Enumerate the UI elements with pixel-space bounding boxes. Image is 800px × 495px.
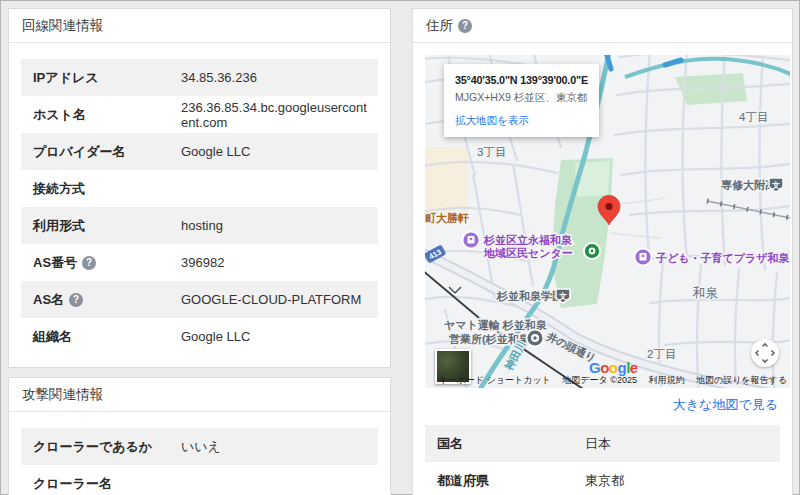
district-label-2chome: 2丁目 bbox=[647, 348, 676, 360]
view-larger-map-link[interactable]: 大きな地図で見る bbox=[673, 397, 778, 412]
row-label: クローラー名 bbox=[33, 475, 181, 493]
row-label: AS番号? bbox=[33, 254, 181, 272]
row-label: 都道府県 bbox=[437, 472, 585, 490]
row-label: AS名? bbox=[33, 291, 181, 309]
attack-card-title: 攻撃関連情報 bbox=[9, 378, 390, 412]
row-label: プロバイダー名 bbox=[33, 143, 181, 161]
left-column: 回線関連情報 IPアドレス 34.85.36.236 ホスト名 236.36.8… bbox=[8, 8, 391, 495]
table-row: 利用形式 hosting bbox=[21, 207, 378, 244]
row-label: 国名 bbox=[437, 435, 585, 453]
row-label: 接続方式 bbox=[33, 180, 181, 198]
table-row: プロバイダー名 Google LLC bbox=[21, 133, 378, 170]
row-label: クローラーであるか bbox=[33, 438, 181, 456]
poi-label-school2[interactable]: 杉並和泉学園 bbox=[496, 290, 563, 302]
row-value: 34.85.36.236 bbox=[181, 70, 265, 85]
coordinates-text: 35°40'35.0"N 139°39'00.0"E bbox=[455, 74, 588, 86]
report-error-link[interactable]: 地図の誤りを報告する bbox=[696, 375, 787, 385]
pan-control[interactable] bbox=[751, 339, 779, 367]
table-row: クローラー名 bbox=[21, 465, 378, 495]
address-card: 住所? bbox=[412, 8, 793, 495]
line-card-title: 回線関連情報 bbox=[9, 9, 390, 43]
row-label: 組織名 bbox=[33, 328, 181, 346]
poi-label-community-center-1[interactable]: 杉並区立永福和泉 bbox=[483, 234, 573, 246]
row-value: いいえ bbox=[181, 438, 229, 456]
pan-arrows-icon bbox=[751, 339, 779, 367]
row-label: ホスト名 bbox=[33, 106, 181, 124]
google-map-embed[interactable]: 3丁目 4丁目 2丁目 和泉 永福町大勝軒 413 杉並区立永福和泉 bbox=[425, 55, 790, 388]
table-row: AS名? GOOGLE-CLOUD-PLATFORM bbox=[21, 281, 378, 318]
poi-label-community-center-2[interactable]: 地域区民センター bbox=[483, 247, 573, 259]
enlarge-map-link[interactable]: 拡大地図を表示 bbox=[455, 114, 588, 128]
map-info-card: 35°40'35.0"N 139°39'00.0"E MJGX+HX9 杉並区、… bbox=[444, 64, 599, 137]
row-label: 利用形式 bbox=[33, 217, 181, 235]
poi-label-school1[interactable]: 専修大附高 bbox=[720, 179, 776, 191]
yamato-marker[interactable] bbox=[527, 330, 544, 347]
help-icon[interactable]: ? bbox=[458, 19, 472, 33]
district-label-4chome: 4丁目 bbox=[739, 111, 768, 123]
svg-text:文: 文 bbox=[771, 181, 780, 190]
table-row: 国名 日本 bbox=[425, 425, 780, 462]
map-footer: キーボード ショートカット 地図データ ©2025 利用規約 地図の誤りを報告す… bbox=[429, 374, 787, 387]
table-row: AS番号? 396982 bbox=[21, 244, 378, 281]
poi-label-kids-plaza[interactable]: 子ども・子育てプラザ和泉 bbox=[655, 251, 790, 264]
table-row: 接続方式 bbox=[21, 170, 378, 207]
table-row: 組織名 Google LLC bbox=[21, 318, 378, 355]
row-value: Google LLC bbox=[181, 144, 258, 159]
row-value: GOOGLE-CLOUD-PLATFORM bbox=[181, 292, 369, 307]
park-marker[interactable] bbox=[584, 243, 600, 259]
district-label-izumi: 和泉 bbox=[692, 286, 718, 300]
poi-label-ramen[interactable]: 永福町大勝軒 bbox=[425, 212, 469, 224]
table-row: 都道府県 東京都 bbox=[425, 462, 780, 495]
row-value: 396982 bbox=[181, 255, 232, 270]
help-icon[interactable]: ? bbox=[82, 256, 96, 270]
keyboard-shortcuts-button[interactable]: キーボード ショートカット bbox=[438, 375, 550, 385]
table-row: IPアドレス 34.85.36.236 bbox=[21, 59, 378, 96]
map-data-text: 地図データ ©2025 bbox=[562, 375, 637, 385]
kids-plaza-marker[interactable] bbox=[635, 249, 652, 266]
row-value: Google LLC bbox=[181, 329, 258, 344]
svg-text:文: 文 bbox=[558, 292, 567, 301]
row-label: IPアドレス bbox=[33, 69, 181, 87]
row-value: 236.36.85.34.bc.googleusercontent.com bbox=[181, 100, 378, 130]
row-value: 東京都 bbox=[585, 472, 632, 490]
line-info-card: 回線関連情報 IPアドレス 34.85.36.236 ホスト名 236.36.8… bbox=[8, 8, 391, 368]
plus-code-text: MJGX+HX9 杉並区、東京都 bbox=[455, 91, 588, 105]
community-center-marker[interactable] bbox=[463, 232, 480, 249]
terms-link[interactable]: 利用規約 bbox=[648, 375, 684, 385]
table-row: ホスト名 236.36.85.34.bc.googleusercontent.c… bbox=[21, 96, 378, 133]
attack-info-card: 攻撃関連情報 クローラーであるか いいえ クローラー名 bbox=[8, 377, 391, 495]
table-row: クローラーであるか いいえ bbox=[21, 428, 378, 465]
row-value: 日本 bbox=[585, 435, 619, 453]
address-card-title: 住所? bbox=[413, 9, 792, 43]
big-map-link-row: 大きな地図で見る bbox=[425, 388, 788, 423]
district-label-3chome: 3丁目 bbox=[477, 146, 506, 158]
help-icon[interactable]: ? bbox=[69, 293, 83, 307]
row-value: hosting bbox=[181, 218, 231, 233]
